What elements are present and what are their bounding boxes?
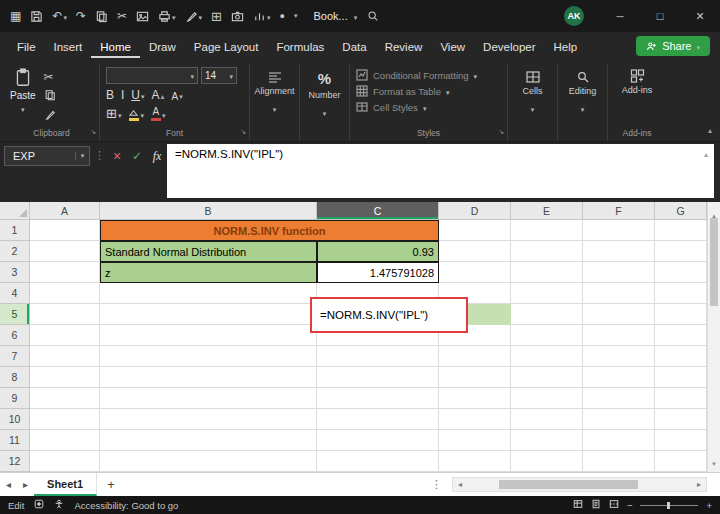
font-size-select[interactable]: 14 [201, 67, 237, 84]
cell-g9[interactable] [655, 388, 707, 409]
cell-e4[interactable] [511, 283, 583, 304]
print-icon[interactable] [158, 7, 176, 25]
cell-f1[interactable] [583, 220, 655, 241]
active-cell-editor[interactable]: =NORM.S.INV("IPL") [310, 297, 468, 333]
cell-b9[interactable] [100, 388, 317, 409]
horizontal-scroll-thumb[interactable] [499, 480, 639, 489]
zoom-in-button[interactable] [706, 500, 712, 511]
cell-styles-button[interactable]: Cell Styles [356, 101, 501, 113]
cell-e12[interactable] [511, 451, 583, 472]
sheet-bar-more-icon[interactable] [431, 478, 442, 491]
column-header-d[interactable]: D [439, 202, 511, 220]
cell-g3[interactable] [655, 262, 707, 283]
maximize-button[interactable] [640, 0, 680, 32]
tab-developer[interactable]: Developer [474, 35, 544, 58]
cell-g5[interactable] [655, 304, 707, 325]
cell-f11[interactable] [583, 430, 655, 451]
cell-e7[interactable] [511, 346, 583, 367]
vertical-scroll-thumb[interactable] [710, 218, 718, 306]
fill-color-button[interactable] [128, 107, 144, 121]
zoom-slider[interactable] [640, 505, 698, 506]
bold-button[interactable]: B [106, 88, 114, 102]
editing-group[interactable]: Editing [558, 64, 608, 140]
cell-f4[interactable] [583, 283, 655, 304]
cell-d11[interactable] [439, 430, 511, 451]
cell-d9[interactable] [439, 388, 511, 409]
name-box[interactable]: EXP [4, 146, 90, 166]
sheet-tab-sheet1[interactable]: Sheet1 [34, 473, 97, 496]
number-chevron-down-icon[interactable] [323, 102, 327, 120]
alignment-group[interactable]: Alignment [250, 64, 300, 140]
tab-review[interactable]: Review [376, 35, 432, 58]
decrease-font-button[interactable]: A [172, 88, 183, 102]
close-button[interactable] [680, 0, 720, 32]
conditional-formatting-button[interactable]: Conditional Formatting [356, 69, 501, 81]
cell-g6[interactable] [655, 325, 707, 346]
formula-input[interactable]: =NORM.S.INV("IPL") [167, 144, 714, 198]
app-launcher-icon[interactable] [10, 7, 21, 25]
row-header-4[interactable]: 4 [0, 283, 30, 304]
cell-b8[interactable] [100, 367, 317, 388]
cell-e9[interactable] [511, 388, 583, 409]
cell-a8[interactable] [30, 367, 100, 388]
name-box-chevron-down-icon[interactable] [75, 152, 89, 160]
scroll-down-icon[interactable] [708, 452, 720, 470]
paint-brush-icon[interactable] [185, 7, 203, 25]
cell-c3[interactable]: 1.475791028 [317, 262, 439, 283]
cell-d1[interactable] [439, 220, 511, 241]
record-icon[interactable] [280, 7, 285, 25]
next-sheet-icon[interactable] [17, 479, 34, 490]
font-color-button[interactable]: A [151, 107, 166, 121]
tab-page-layout[interactable]: Page Layout [185, 35, 268, 58]
tab-file[interactable]: File [8, 35, 45, 58]
cell-g8[interactable] [655, 367, 707, 388]
italic-button[interactable]: I [121, 88, 124, 102]
scroll-right-icon[interactable] [692, 480, 706, 489]
row-header-3[interactable]: 3 [0, 262, 30, 283]
collapse-formula-bar-icon[interactable] [704, 147, 708, 159]
horizontal-scrollbar[interactable] [452, 477, 707, 492]
cell-c12[interactable] [317, 451, 439, 472]
copy-icon[interactable] [44, 89, 56, 104]
cell-d8[interactable] [439, 367, 511, 388]
row-header-9[interactable]: 9 [0, 388, 30, 409]
cell-e11[interactable] [511, 430, 583, 451]
page-layout-view-icon[interactable] [591, 499, 601, 511]
accessibility-status[interactable]: Accessibility: Good to go [74, 500, 178, 511]
cell-f12[interactable] [583, 451, 655, 472]
cell-f2[interactable] [583, 241, 655, 262]
cell-a9[interactable] [30, 388, 100, 409]
cell-e10[interactable] [511, 409, 583, 430]
cell-c9[interactable] [317, 388, 439, 409]
row-header-8[interactable]: 8 [0, 367, 30, 388]
cell-g4[interactable] [655, 283, 707, 304]
cell-a4[interactable] [30, 283, 100, 304]
cancel-entry-button[interactable] [109, 146, 125, 166]
tab-help[interactable]: Help [545, 35, 587, 58]
cell-a1[interactable] [30, 220, 100, 241]
cell-f5[interactable] [583, 304, 655, 325]
title-chevron-down-icon[interactable] [354, 10, 358, 22]
enter-entry-button[interactable] [129, 146, 145, 166]
cell-b2[interactable]: Standard Normal Distribution [100, 241, 317, 262]
cell-f7[interactable] [583, 346, 655, 367]
cell-e5[interactable] [511, 304, 583, 325]
select-all-button[interactable] [0, 202, 30, 220]
cell-f6[interactable] [583, 325, 655, 346]
font-name-select[interactable] [106, 67, 198, 84]
paste-button[interactable]: Paste [10, 66, 36, 126]
redo-icon[interactable] [76, 7, 86, 25]
column-header-c[interactable]: C [317, 202, 439, 220]
scroll-left-icon[interactable] [453, 480, 467, 489]
cell-b6[interactable] [100, 325, 317, 346]
row-header-5[interactable]: 5 [0, 304, 30, 325]
page-break-view-icon[interactable] [609, 499, 619, 511]
avatar[interactable]: AK [564, 6, 584, 26]
cell-b5[interactable] [100, 304, 317, 325]
share-button[interactable]: Share [636, 36, 710, 56]
tab-data[interactable]: Data [333, 35, 375, 58]
vertical-scrollbar[interactable] [707, 202, 720, 472]
editing-chevron-down-icon[interactable] [581, 98, 585, 116]
cell-f9[interactable] [583, 388, 655, 409]
row-header-2[interactable]: 2 [0, 241, 30, 262]
